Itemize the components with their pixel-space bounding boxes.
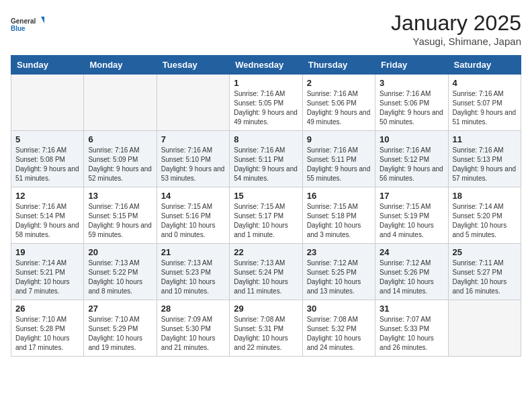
logo: General Blue: [11, 11, 44, 38]
cell-date-number: 30: [307, 304, 371, 314]
table-row: 2Sunrise: 7:16 AM Sunset: 5:06 PM Daylig…: [302, 75, 375, 131]
table-row: 14Sunrise: 7:15 AM Sunset: 5:16 PM Dayli…: [157, 187, 229, 244]
cell-date-number: 16: [307, 191, 371, 201]
cell-info-text: Sunrise: 7:16 AM Sunset: 5:07 PM Dayligh…: [453, 89, 517, 127]
table-row: 10Sunrise: 7:16 AM Sunset: 5:12 PM Dayli…: [375, 131, 448, 187]
cell-date-number: 31: [380, 304, 443, 314]
col-tuesday: Tuesday: [157, 56, 229, 75]
cell-date-number: 24: [380, 247, 443, 257]
header: General Blue January 2025 Yasugi, Shiman…: [11, 11, 521, 47]
cell-info-text: Sunrise: 7:13 AM Sunset: 5:22 PM Dayligh…: [88, 259, 152, 296]
table-row: 22Sunrise: 7:13 AM Sunset: 5:24 PM Dayli…: [230, 244, 302, 300]
table-row: 17Sunrise: 7:15 AM Sunset: 5:19 PM Dayli…: [375, 187, 448, 244]
cell-date-number: 28: [161, 304, 225, 314]
svg-text:General: General: [11, 17, 36, 25]
cell-date-number: 29: [234, 304, 298, 314]
cell-date-number: 21: [161, 247, 225, 257]
col-monday: Monday: [84, 56, 157, 75]
table-row: 23Sunrise: 7:12 AM Sunset: 5:25 PM Dayli…: [302, 244, 375, 300]
cell-date-number: 11: [453, 134, 517, 144]
cell-info-text: Sunrise: 7:11 AM Sunset: 5:27 PM Dayligh…: [453, 259, 517, 296]
table-row: 15Sunrise: 7:15 AM Sunset: 5:17 PM Dayli…: [230, 187, 302, 244]
table-row: 7Sunrise: 7:16 AM Sunset: 5:10 PM Daylig…: [157, 131, 229, 187]
cell-date-number: 26: [15, 304, 79, 314]
cell-date-number: 22: [234, 247, 298, 257]
cell-date-number: 13: [88, 191, 152, 201]
calendar-week-row: 12Sunrise: 7:16 AM Sunset: 5:14 PM Dayli…: [11, 187, 521, 244]
cell-date-number: 3: [380, 78, 443, 88]
table-row: [448, 300, 521, 357]
cell-date-number: 15: [234, 191, 298, 201]
cell-info-text: Sunrise: 7:10 AM Sunset: 5:29 PM Dayligh…: [88, 315, 152, 353]
calendar-week-row: 26Sunrise: 7:10 AM Sunset: 5:28 PM Dayli…: [11, 300, 521, 357]
table-row: 20Sunrise: 7:13 AM Sunset: 5:22 PM Dayli…: [84, 244, 157, 300]
cell-info-text: Sunrise: 7:16 AM Sunset: 5:08 PM Dayligh…: [15, 146, 79, 183]
cell-info-text: Sunrise: 7:10 AM Sunset: 5:28 PM Dayligh…: [15, 315, 79, 353]
table-row: 19Sunrise: 7:14 AM Sunset: 5:21 PM Dayli…: [11, 244, 84, 300]
cell-info-text: Sunrise: 7:13 AM Sunset: 5:23 PM Dayligh…: [161, 259, 225, 296]
cell-info-text: Sunrise: 7:12 AM Sunset: 5:26 PM Dayligh…: [380, 259, 443, 296]
calendar-week-row: 5Sunrise: 7:16 AM Sunset: 5:08 PM Daylig…: [11, 131, 521, 187]
cell-date-number: 14: [161, 191, 225, 201]
cell-info-text: Sunrise: 7:08 AM Sunset: 5:31 PM Dayligh…: [234, 315, 298, 353]
table-row: 25Sunrise: 7:11 AM Sunset: 5:27 PM Dayli…: [448, 244, 521, 300]
svg-text:Blue: Blue: [11, 25, 26, 32]
cell-info-text: Sunrise: 7:16 AM Sunset: 5:15 PM Dayligh…: [88, 202, 152, 240]
cell-date-number: 25: [453, 247, 517, 257]
table-row: 16Sunrise: 7:15 AM Sunset: 5:18 PM Dayli…: [302, 187, 375, 244]
table-row: [157, 75, 229, 131]
table-row: 5Sunrise: 7:16 AM Sunset: 5:08 PM Daylig…: [11, 131, 84, 187]
cell-date-number: 18: [453, 191, 517, 201]
table-row: 12Sunrise: 7:16 AM Sunset: 5:14 PM Dayli…: [11, 187, 84, 244]
cell-date-number: 4: [453, 78, 517, 88]
cell-info-text: Sunrise: 7:15 AM Sunset: 5:17 PM Dayligh…: [234, 202, 298, 240]
cell-info-text: Sunrise: 7:16 AM Sunset: 5:10 PM Dayligh…: [161, 146, 225, 183]
table-row: 24Sunrise: 7:12 AM Sunset: 5:26 PM Dayli…: [375, 244, 448, 300]
table-row: 9Sunrise: 7:16 AM Sunset: 5:11 PM Daylig…: [302, 131, 375, 187]
cell-info-text: Sunrise: 7:15 AM Sunset: 5:16 PM Dayligh…: [161, 202, 225, 240]
col-wednesday: Wednesday: [230, 56, 302, 75]
col-thursday: Thursday: [302, 56, 375, 75]
table-row: 27Sunrise: 7:10 AM Sunset: 5:29 PM Dayli…: [84, 300, 157, 357]
table-row: [84, 75, 157, 131]
cell-info-text: Sunrise: 7:15 AM Sunset: 5:18 PM Dayligh…: [307, 202, 371, 240]
cell-info-text: Sunrise: 7:14 AM Sunset: 5:20 PM Dayligh…: [453, 202, 517, 240]
cell-date-number: 12: [15, 191, 79, 201]
calendar-subtitle: Yasugi, Shimane, Japan: [391, 36, 521, 47]
table-row: 8Sunrise: 7:16 AM Sunset: 5:11 PM Daylig…: [230, 131, 302, 187]
calendar-table: Sunday Monday Tuesday Wednesday Thursday…: [11, 55, 521, 357]
table-row: 1Sunrise: 7:16 AM Sunset: 5:05 PM Daylig…: [230, 75, 302, 131]
cell-date-number: 7: [161, 134, 225, 144]
cell-info-text: Sunrise: 7:16 AM Sunset: 5:11 PM Dayligh…: [234, 146, 298, 183]
cell-date-number: 1: [234, 78, 298, 88]
cell-info-text: Sunrise: 7:13 AM Sunset: 5:24 PM Dayligh…: [234, 259, 298, 296]
cell-info-text: Sunrise: 7:14 AM Sunset: 5:21 PM Dayligh…: [15, 259, 79, 296]
cell-info-text: Sunrise: 7:16 AM Sunset: 5:13 PM Dayligh…: [453, 146, 517, 183]
title-area: January 2025 Yasugi, Shimane, Japan: [391, 11, 521, 47]
cell-info-text: Sunrise: 7:09 AM Sunset: 5:30 PM Dayligh…: [161, 315, 225, 353]
cell-info-text: Sunrise: 7:15 AM Sunset: 5:19 PM Dayligh…: [380, 202, 443, 240]
table-row: 11Sunrise: 7:16 AM Sunset: 5:13 PM Dayli…: [448, 131, 521, 187]
cell-date-number: 2: [307, 78, 371, 88]
calendar-header-row: Sunday Monday Tuesday Wednesday Thursday…: [11, 56, 521, 75]
col-saturday: Saturday: [448, 56, 521, 75]
cell-date-number: 6: [88, 134, 152, 144]
table-row: 13Sunrise: 7:16 AM Sunset: 5:15 PM Dayli…: [84, 187, 157, 244]
col-friday: Friday: [375, 56, 448, 75]
table-row: 31Sunrise: 7:07 AM Sunset: 5:33 PM Dayli…: [375, 300, 448, 357]
cell-info-text: Sunrise: 7:16 AM Sunset: 5:09 PM Dayligh…: [88, 146, 152, 183]
cell-info-text: Sunrise: 7:16 AM Sunset: 5:11 PM Dayligh…: [307, 146, 371, 183]
cell-info-text: Sunrise: 7:16 AM Sunset: 5:12 PM Dayligh…: [380, 146, 443, 183]
table-row: 28Sunrise: 7:09 AM Sunset: 5:30 PM Dayli…: [157, 300, 229, 357]
cell-info-text: Sunrise: 7:08 AM Sunset: 5:32 PM Dayligh…: [307, 315, 371, 353]
table-row: 18Sunrise: 7:14 AM Sunset: 5:20 PM Dayli…: [448, 187, 521, 244]
table-row: 3Sunrise: 7:16 AM Sunset: 5:06 PM Daylig…: [375, 75, 448, 131]
cell-date-number: 10: [380, 134, 443, 144]
cell-info-text: Sunrise: 7:07 AM Sunset: 5:33 PM Dayligh…: [380, 315, 443, 353]
cell-date-number: 20: [88, 247, 152, 257]
cell-date-number: 5: [15, 134, 79, 144]
cell-info-text: Sunrise: 7:12 AM Sunset: 5:25 PM Dayligh…: [307, 259, 371, 296]
cell-date-number: 9: [307, 134, 371, 144]
table-row: 29Sunrise: 7:08 AM Sunset: 5:31 PM Dayli…: [230, 300, 302, 357]
calendar-week-row: 19Sunrise: 7:14 AM Sunset: 5:21 PM Dayli…: [11, 244, 521, 300]
